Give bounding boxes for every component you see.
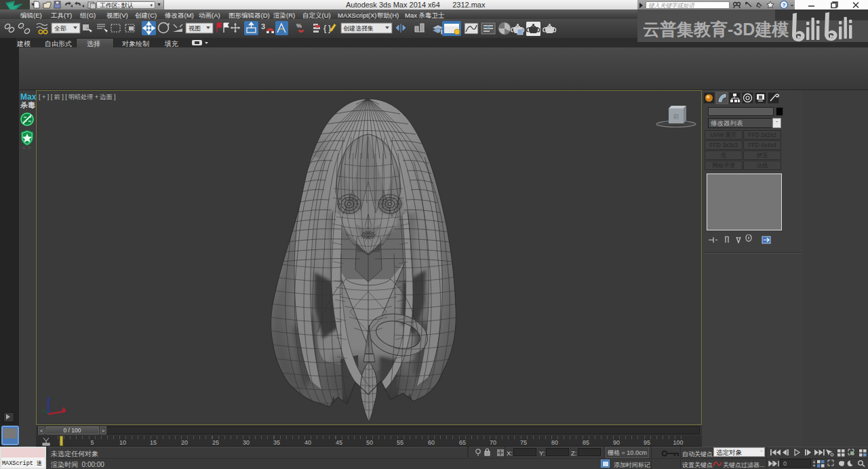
svg-text:前: 前 bbox=[673, 113, 679, 120]
svg-text:创建选择集: 创建选择集 bbox=[343, 25, 374, 32]
svg-text:%: % bbox=[296, 22, 302, 29]
svg-text:< >: < > bbox=[22, 144, 31, 151]
svg-text:视图: 视图 bbox=[189, 25, 201, 32]
svg-text:?: ? bbox=[783, 2, 786, 8]
svg-text:3: 3 bbox=[261, 22, 265, 30]
svg-text:全部: 全部 bbox=[54, 25, 66, 32]
